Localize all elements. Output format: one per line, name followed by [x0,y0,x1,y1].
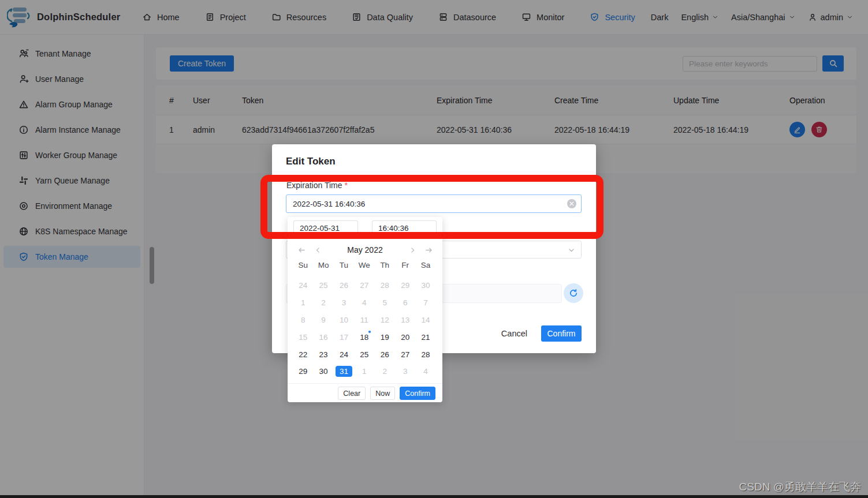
weekday-label: Sa [415,261,435,269]
fast-forward-icon[interactable] [420,246,437,254]
picker-confirm-button[interactable]: Confirm [400,387,435,400]
datetime-picker-popup: May 2022 Su Mo Tu We Th Fr Sa 2425262728… [288,217,442,402]
calendar-day[interactable]: 5 [375,294,395,312]
calendar-header: May 2022 [293,242,437,257]
calendar-day[interactable]: 8 [293,312,313,329]
calendar-day[interactable]: 7 [415,294,435,312]
next-month-icon[interactable] [404,246,420,254]
today-dot [368,331,371,333]
calendar-day[interactable]: 3 [334,294,354,312]
calendar-day[interactable]: 27 [354,277,374,294]
modal-title: Edit Token [286,156,336,167]
calendar-day[interactable]: 2 [375,363,395,380]
bottom-bar [0,495,868,498]
watermark: CSDN @勇敢羊羊在飞奔 [739,480,861,495]
fast-backward-icon[interactable] [293,246,310,254]
calendar-day[interactable]: 14 [415,312,435,329]
weekday-label: We [354,261,374,269]
calendar-day[interactable]: 26 [375,346,395,363]
calendar-weekdays: Su Mo Tu We Th Fr Sa [293,261,436,269]
calendar-day[interactable]: 24 [334,346,354,363]
regenerate-token-button[interactable] [564,283,583,303]
calendar-day[interactable]: 12 [375,312,395,329]
calendar-grid: 2425262728293012345678910111213141516171… [293,277,436,380]
calendar-day[interactable]: 3 [395,363,415,380]
calendar-day[interactable]: 26 [334,277,354,294]
calendar-day[interactable]: 27 [395,346,415,363]
now-button[interactable]: Now [370,387,395,400]
calendar-day[interactable]: 6 [395,294,415,312]
weekday-label: Th [375,261,395,269]
modal-footer: Cancel Confirm [501,325,582,342]
calendar-day[interactable]: 19 [375,328,395,346]
calendar-month-label: May 2022 [326,245,404,254]
calendar-day[interactable]: 4 [354,294,374,312]
calendar-day[interactable]: 10 [334,312,354,329]
weekday-label: Fr [395,261,415,269]
calendar-day[interactable]: 25 [313,277,333,294]
calendar-day[interactable]: 30 [415,277,435,294]
calendar-day[interactable]: 29 [395,277,415,294]
confirm-button[interactable]: Confirm [541,325,582,342]
calendar-day[interactable]: 11 [354,312,374,329]
weekday-label: Su [293,261,313,269]
calendar-day[interactable]: 28 [415,346,435,363]
calendar-day[interactable]: 21 [415,328,435,346]
calendar-day[interactable]: 29 [293,363,313,380]
prev-month-icon[interactable] [310,246,326,254]
calendar-day[interactable]: 25 [354,346,374,363]
calendar-day[interactable]: 23 [313,346,333,363]
calendar-day[interactable]: 9 [313,312,333,329]
calendar-day[interactable]: 28 [375,277,395,294]
red-highlight-annotation [260,175,603,239]
calendar-day[interactable]: 24 [293,277,313,294]
calendar-day[interactable]: 22 [293,346,313,363]
calendar-day[interactable]: 30 [313,363,333,380]
chevron-down-icon [568,246,575,254]
app: DolphinScheduler Home Project Resources … [0,0,868,498]
calendar-day[interactable]: 1 [354,363,374,380]
calendar-day[interactable]: 13 [395,312,415,329]
calendar-day[interactable]: 31 [334,363,354,380]
calendar-day[interactable]: 18 [354,328,374,346]
calendar-footer: Clear Now Confirm [288,383,442,400]
calendar-day[interactable]: 17 [334,328,354,346]
cancel-button[interactable]: Cancel [501,329,527,338]
calendar-day[interactable]: 1 [293,294,313,312]
calendar-day[interactable]: 20 [395,328,415,346]
calendar-day[interactable]: 16 [313,328,333,346]
refresh-icon [568,288,579,298]
calendar-day[interactable]: 4 [415,363,435,380]
calendar-day[interactable]: 2 [313,294,333,312]
weekday-label: Tu [334,261,354,269]
calendar-day[interactable]: 15 [293,328,313,346]
weekday-label: Mo [313,261,333,269]
clear-button[interactable]: Clear [338,387,366,400]
